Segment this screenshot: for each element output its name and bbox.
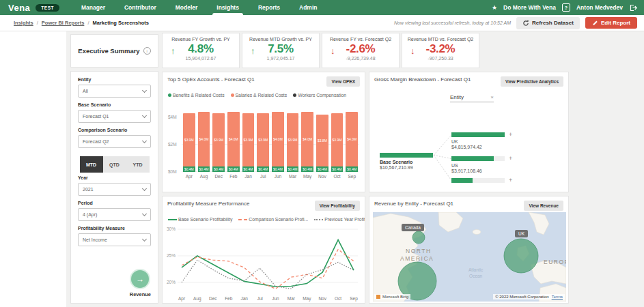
terms-link[interactable]: Terms	[552, 295, 563, 299]
view-revenue-button[interactable]: View Revenue	[524, 201, 563, 211]
legend-dot-icon	[168, 93, 171, 97]
kpi-card: Revenue MTD Growth vs. PY↑7.5%1,972,045.…	[242, 33, 320, 68]
map-bubble-uk[interactable]	[504, 239, 538, 273]
opex-bar-jan[interactable]: $3.9M$0.4M	[242, 113, 255, 172]
kpi-title: Revenue MTD Growth vs. PY	[242, 37, 319, 42]
breadcrumb-link[interactable]: Power BI Reports	[42, 20, 85, 26]
legend-item[interactable]: Workers Compensation	[293, 93, 346, 98]
kpi-value: -3.2%	[426, 42, 456, 55]
opex-bar-oct[interactable]: $3.9M$0.4M	[331, 113, 344, 172]
toggle-qtd[interactable]: QTD	[103, 156, 126, 173]
map-ocean-label: AtlanticOcean	[468, 267, 483, 279]
opex-bar-sep[interactable]: $4.0M$0.4M	[346, 112, 358, 172]
opex-bar-apr[interactable]: $3.9M$0.4M	[183, 113, 195, 172]
toggle-ytd[interactable]: YTD	[126, 156, 150, 173]
nav-item-manager[interactable]: Manager	[72, 0, 115, 15]
opex-x-label: Jul	[257, 174, 269, 179]
chevron-down-icon	[142, 138, 147, 143]
opex-bar-may[interactable]: $4.0M$0.4M	[301, 112, 313, 172]
revenue-nav-label: Revenue	[130, 291, 151, 297]
arrow-down-icon: ↓	[410, 46, 415, 56]
revenue-map[interactable]: CanadaUKNORTHAMERICAEUROPEAtlanticOcean …	[373, 212, 566, 302]
view-opex-button[interactable]: View OPEX	[326, 76, 360, 87]
year-dropdown[interactable]: 2021	[78, 183, 151, 196]
svg-text:Aug: Aug	[193, 296, 201, 302]
map-region-label: EUROPE	[544, 259, 566, 265]
profitability-measure-dropdown[interactable]: Net Income	[78, 233, 151, 246]
revenue-map-panel: Revenue by Entity - Forecast Q1 View Rev…	[369, 196, 569, 304]
refresh-dataset-button[interactable]: Refresh Dataset	[516, 17, 580, 29]
tree-root-label: Base Scenario	[380, 160, 445, 164]
svg-text:Sep: Sep	[350, 296, 358, 302]
kpi-value: 7.5%	[268, 42, 294, 55]
view-predictive-analytics-button[interactable]: View Predictive Analytics	[501, 76, 563, 87]
chevron-down-icon	[142, 237, 147, 242]
expand-plus-icon[interactable]: +	[509, 155, 512, 162]
nav-item-reports[interactable]: Reports	[249, 0, 290, 15]
kpi-value: -2.6%	[346, 42, 376, 55]
bar-label: $3.9M	[333, 138, 342, 142]
opex-bar-dec[interactable]: $3.9M$0.4M	[212, 113, 225, 172]
tree-field-label: Entity	[450, 94, 464, 100]
user-menu[interactable]: Anton Medvedev	[576, 4, 623, 11]
kpi-row: Revenue FY Growth vs. PY↑4.8%15,904,072.…	[162, 33, 483, 68]
chevron-down-icon	[142, 88, 147, 93]
tree-breakdown-field[interactable]: Entity ×	[450, 94, 494, 102]
help-icon[interactable]: ?	[562, 3, 570, 12]
close-icon[interactable]: ×	[490, 94, 494, 100]
map-bubble-canada[interactable]	[412, 231, 425, 244]
profitability-line-chart[interactable]: 30%25%20%AprAugDecFebJanJulJunMarMayNovO…	[165, 221, 363, 303]
nav-item-admin[interactable]: Admin	[290, 0, 326, 15]
expand-plus-icon[interactable]: +	[509, 177, 512, 184]
kpi-card: Revenue MTD vs. Forecast Q2↓-3.2%-907,25…	[402, 33, 479, 68]
opex-x-label: Aug	[198, 174, 210, 179]
nav-item-modeler[interactable]: Modeler	[166, 0, 208, 15]
opex-bar-chart[interactable]: $3.9M$0.4M$4.0M$0.4M$3.9M$0.4M$4.0M$0.4M…	[168, 106, 361, 189]
breadcrumb-link[interactable]: Insights	[14, 20, 33, 26]
nav-item-insights[interactable]: Insights	[207, 0, 249, 15]
svg-text:Dec: Dec	[209, 296, 217, 301]
opex-bar-nov[interactable]: $3.8M$0.4M	[316, 115, 328, 172]
period-toggle: MTDQTDYTD	[78, 156, 151, 173]
screen: Vena TEST ManagerContributorModelerInsig…	[0, 0, 644, 307]
arrow-down-icon: ↓	[331, 46, 335, 56]
opex-bar-jun[interactable]: $4.0M$0.4M	[272, 112, 284, 172]
refresh-status: Now viewing last successful refresh, tod…	[394, 20, 511, 25]
bar-label: $3.9M	[184, 138, 194, 142]
opex-x-label: Apr	[183, 174, 195, 179]
tree-node-uk[interactable]: +UK$4,815,974.42	[451, 132, 527, 149]
opex-legend: Benefits & Related CostsSalaries & Relat…	[163, 87, 365, 98]
base-scenario-label: Base Scenario	[78, 102, 151, 107]
opex-bar-feb[interactable]: $4.0M$0.4M	[227, 112, 240, 172]
comparison-scenario-dropdown[interactable]: Forecast Q2	[78, 135, 151, 148]
expand-plus-icon[interactable]: +	[509, 131, 512, 138]
profitability-header: Profitability Measure Performance View P…	[163, 196, 365, 211]
legend-item[interactable]: Salaries & Related Costs	[231, 93, 288, 98]
tree-node-label: UK	[451, 139, 527, 144]
do-more-with-vena-link[interactable]: Do More With Vena	[503, 4, 556, 11]
kpi-title: Revenue FY Growth vs. PY	[163, 37, 239, 42]
vena-logo[interactable]: Vena	[8, 3, 30, 13]
legend-item[interactable]: Benefits & Related Costs	[168, 93, 225, 98]
profitability-legend: Base Scenario ProfitabilityComparison Sc…	[163, 211, 365, 222]
opex-bar-jul[interactable]: $3.9M$0.4M	[257, 113, 269, 172]
toggle-mtd[interactable]: MTD	[80, 156, 103, 173]
sign-out-icon[interactable]	[629, 4, 637, 12]
base-scenario-dropdown[interactable]: Forecast Q1	[78, 110, 151, 123]
revenue-nav-button[interactable]: →	[131, 270, 149, 288]
edit-report-button[interactable]: Edit Report	[585, 17, 637, 29]
svg-text:Jun: Jun	[272, 296, 279, 301]
tree-root-node[interactable]: Base Scenario $10,567,210.99	[380, 153, 445, 170]
gross-margin-panel: Gross Margin Breakdown - Forecast Q1 Vie…	[369, 72, 569, 192]
arrow-right-icon: →	[136, 275, 144, 283]
opex-x-axis: AprAugDecFebJanJulJunMarMayNovOctSep	[182, 174, 359, 179]
tree-node-clipped[interactable]: +	[451, 178, 527, 183]
view-profitability-button[interactable]: View Profitability	[315, 201, 360, 211]
info-icon[interactable]: i	[143, 47, 151, 55]
nav-item-contributor[interactable]: Contributor	[115, 0, 166, 15]
opex-bar-mar[interactable]: $3.9M$0.4M	[287, 113, 299, 172]
period-dropdown[interactable]: 4 (Apr)	[78, 208, 151, 221]
tree-node-us[interactable]: +US$3,917,108.46	[451, 156, 527, 173]
entity-dropdown[interactable]: All	[78, 85, 151, 98]
opex-bar-aug[interactable]: $4.0M$0.4M	[198, 112, 210, 172]
